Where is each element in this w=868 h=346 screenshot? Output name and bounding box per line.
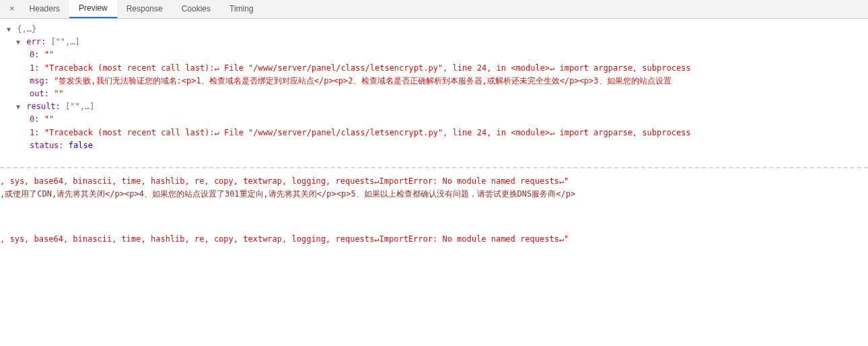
json-key-status[interactable]: status: false xyxy=(3,139,865,152)
tab-preview[interactable]: Preview xyxy=(69,0,117,18)
json-err-1[interactable]: 1: "Traceback (most recent call last):↵ … xyxy=(3,62,865,75)
json-result-0[interactable]: 0: "" xyxy=(3,113,865,126)
overflow-line-2: ,或使用了CDN,请先将其关闭</p><p>4、如果您的站点设置了301重定向,… xyxy=(0,188,865,201)
json-key-msg[interactable]: msg: "签发失败,我们无法验证您的域名:<p>1、检查域名是否绑定到对应站点… xyxy=(3,75,865,88)
root-summary: {,…} xyxy=(17,24,36,34)
arr-summary: ["",…] xyxy=(50,37,79,46)
string-value: "签发失败,我们无法验证您的域名:<p>1、检查域名是否绑定到对应站点</p><… xyxy=(54,76,671,85)
json-key-result[interactable]: ▼ result: ["",…] xyxy=(3,100,865,113)
json-key-err[interactable]: ▼ err: ["",…] xyxy=(3,36,865,48)
json-err-0[interactable]: 0: "" xyxy=(3,48,865,61)
string-value: "Traceback (most recent call last):↵ Fil… xyxy=(44,128,691,137)
boolean-value: false xyxy=(69,141,93,150)
tab-response[interactable]: Response xyxy=(117,0,172,18)
key-label: status xyxy=(30,141,59,150)
key-label: msg xyxy=(30,76,44,85)
json-result-1[interactable]: 1: "Traceback (most recent call last):↵ … xyxy=(3,127,865,139)
key-label: err xyxy=(26,37,41,46)
string-value: "" xyxy=(44,114,54,124)
tab-cookies[interactable]: Cookies xyxy=(172,0,220,18)
overflow-line-3: , sys, base64, binascii, time, hashlib, … xyxy=(0,233,865,246)
toggle-icon[interactable]: ▼ xyxy=(15,37,22,48)
devtools-tabs: × Headers Preview Response Cookies Timin… xyxy=(0,0,868,19)
tab-headers[interactable]: Headers xyxy=(20,0,69,18)
overflow-line-1: , sys, base64, binascii, time, hashlib, … xyxy=(0,175,865,188)
string-value: "" xyxy=(54,89,63,98)
key-label: result xyxy=(26,102,55,111)
string-value: "" xyxy=(44,50,54,59)
string-value: "Traceback (most recent call last):↵ Fil… xyxy=(44,63,691,73)
json-key-out[interactable]: out: "" xyxy=(3,88,865,100)
toggle-icon[interactable]: ▼ xyxy=(5,24,12,35)
key-label: out xyxy=(30,89,44,98)
arr-summary: ["",…] xyxy=(65,102,94,111)
toggle-icon[interactable]: ▼ xyxy=(15,102,22,112)
tab-timing[interactable]: Timing xyxy=(220,0,263,18)
close-icon[interactable]: × xyxy=(4,2,20,16)
json-root[interactable]: ▼ {,…} xyxy=(3,23,865,36)
json-preview-pane: ▼ {,…} ▼ err: ["",…] 0: "" 1: "Traceback… xyxy=(0,19,868,158)
overflow-text-block: , sys, base64, binascii, time, hashlib, … xyxy=(0,167,868,249)
